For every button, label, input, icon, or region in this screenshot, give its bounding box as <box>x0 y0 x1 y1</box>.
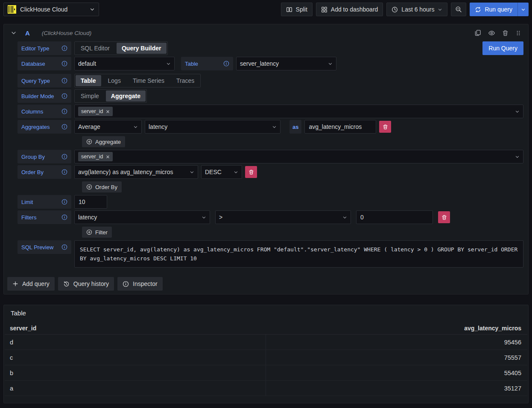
table-row: c 75557 <box>5 350 527 365</box>
aggregate-function-value: Average <box>78 123 100 130</box>
table-label: Table <box>185 61 198 67</box>
info-icon[interactable] <box>61 154 67 160</box>
filter-value-input[interactable] <box>356 210 433 224</box>
add-aggregate-button[interactable]: Aggregate <box>82 136 125 147</box>
query-history-button[interactable]: Query history <box>58 277 114 291</box>
columns-label: Columns <box>21 108 43 115</box>
zoom-out-button[interactable] <box>451 3 466 16</box>
cell-server-id: b <box>5 365 266 380</box>
aggregate-function-select[interactable]: Average <box>74 120 142 134</box>
query-type-toggle: Table Logs Time Series Traces <box>74 74 201 87</box>
chevron-down-icon <box>515 109 520 114</box>
query-ref-id: A <box>25 29 30 37</box>
collapse-chevron-icon[interactable] <box>11 30 17 36</box>
query-type-option-logs[interactable]: Logs <box>102 74 127 87</box>
info-circle-icon <box>123 281 129 287</box>
info-icon[interactable] <box>61 45 67 51</box>
info-icon[interactable] <box>61 78 67 84</box>
info-icon[interactable] <box>61 61 67 67</box>
aggregates-label: Aggregates <box>21 124 50 130</box>
limit-label-box: Limit <box>18 195 71 209</box>
toggle-visibility-eye-icon[interactable] <box>488 29 495 37</box>
query-type-row: Query Type Table Logs Time Series Traces <box>18 74 523 87</box>
editor-type-option-sql-editor[interactable]: SQL Editor <box>75 42 116 55</box>
chevron-down-icon <box>234 170 238 175</box>
time-range-picker[interactable]: Last 6 hours <box>386 3 447 16</box>
columns-label-box: Columns <box>18 105 71 118</box>
add-order-by-button[interactable]: Order By <box>82 181 122 192</box>
chevron-down-icon <box>438 7 442 12</box>
dashboard-grid-icon <box>321 6 327 13</box>
time-range-label: Last 6 hours <box>401 6 434 13</box>
columns-multiselect[interactable]: server_id <box>74 105 523 118</box>
info-icon[interactable] <box>61 124 67 130</box>
run-query-button[interactable]: Run query <box>470 3 517 16</box>
query-editor-panel: A (ClickHouse Cloud) Editor Type SQL Edi… <box>3 24 529 294</box>
trash-icon <box>441 215 447 220</box>
query-type-option-table[interactable]: Table <box>76 75 101 86</box>
datasource-picker[interactable]: ClickHouse Cloud <box>3 3 99 16</box>
aggregate-alias-input[interactable] <box>304 120 376 134</box>
query-type-option-time-series[interactable]: Time Series <box>127 74 170 87</box>
chevron-down-icon <box>342 215 347 220</box>
database-label: Database <box>21 61 45 67</box>
group-by-multiselect[interactable]: server_id <box>74 150 523 163</box>
add-order-by-label: Order By <box>95 184 117 190</box>
panel-run-query-button[interactable]: Run Query <box>482 41 523 55</box>
chevron-down-icon <box>90 7 95 12</box>
inspector-button[interactable]: Inspector <box>117 277 163 291</box>
database-select[interactable]: default <box>74 57 175 70</box>
add-filter-button[interactable]: Filter <box>82 227 112 238</box>
info-icon[interactable] <box>61 199 67 205</box>
remove-chip-icon[interactable] <box>106 155 110 159</box>
order-by-direction-value: DESC <box>205 169 222 175</box>
remove-chip-icon[interactable] <box>106 110 110 114</box>
limit-row: Limit <box>18 195 523 209</box>
editor-type-option-query-builder[interactable]: Query Builder <box>117 43 167 54</box>
cell-server-id: d <box>5 335 266 350</box>
run-query-dropdown-toggle[interactable] <box>517 3 529 16</box>
split-icon <box>286 6 292 13</box>
aggregate-column-select[interactable]: latency <box>145 120 281 134</box>
filter-column-select[interactable]: latency <box>74 210 210 224</box>
table-select[interactable]: server_latency <box>236 57 336 70</box>
limit-input[interactable] <box>74 195 107 209</box>
order-by-field-select[interactable]: avg(latency) as avg_latency_micros <box>74 165 198 179</box>
sql-preview-text: SELECT server_id, avg(latency) as avg_la… <box>74 240 523 268</box>
aggregates-row: Aggregates Average latency as <box>18 120 523 134</box>
query-row-actions <box>474 29 521 37</box>
info-icon[interactable] <box>61 244 67 250</box>
add-query-button[interactable]: Add query <box>7 277 55 291</box>
info-icon[interactable] <box>61 108 67 114</box>
remove-filter-button[interactable] <box>438 211 450 223</box>
duplicate-query-icon[interactable] <box>474 29 481 36</box>
editor-type-row: Editor Type SQL Editor Query Builder Run… <box>18 41 523 55</box>
order-by-direction-select[interactable]: DESC <box>201 165 242 179</box>
database-label-box: Database <box>18 57 71 70</box>
column-header-avg-latency-micros[interactable]: avg_latency_micros <box>266 322 527 334</box>
remove-query-trash-icon[interactable] <box>502 30 509 36</box>
builder-mode-option-simple[interactable]: Simple <box>75 90 105 102</box>
drag-handle-icon[interactable] <box>515 30 521 36</box>
info-icon[interactable] <box>61 169 67 175</box>
table-header-row: server_id avg_latency_micros <box>5 322 527 335</box>
filter-operator-select[interactable]: > <box>215 210 351 224</box>
sql-preview-label: SQL Preview <box>21 244 53 251</box>
editor-type-toggle: SQL Editor Query Builder <box>74 41 168 55</box>
aggregate-column-value: latency <box>149 123 167 130</box>
builder-mode-option-aggregate[interactable]: Aggregate <box>106 90 146 102</box>
info-icon[interactable] <box>223 61 229 67</box>
chevron-down-icon <box>190 170 194 175</box>
database-value: default <box>78 60 96 67</box>
info-icon[interactable] <box>61 93 67 99</box>
split-button[interactable]: Split <box>281 3 313 16</box>
inspector-label: Inspector <box>133 280 158 287</box>
remove-order-by-button[interactable] <box>245 166 257 178</box>
column-header-server-id[interactable]: server_id <box>5 322 266 334</box>
remove-aggregate-button[interactable] <box>379 121 391 133</box>
add-to-dashboard-button[interactable]: Add to dashboard <box>316 3 383 16</box>
columns-chip-server-id: server_id <box>78 107 113 116</box>
query-row-header[interactable]: A (ClickHouse Cloud) <box>4 24 528 41</box>
query-type-option-traces[interactable]: Traces <box>170 74 200 87</box>
info-icon[interactable] <box>61 214 67 220</box>
